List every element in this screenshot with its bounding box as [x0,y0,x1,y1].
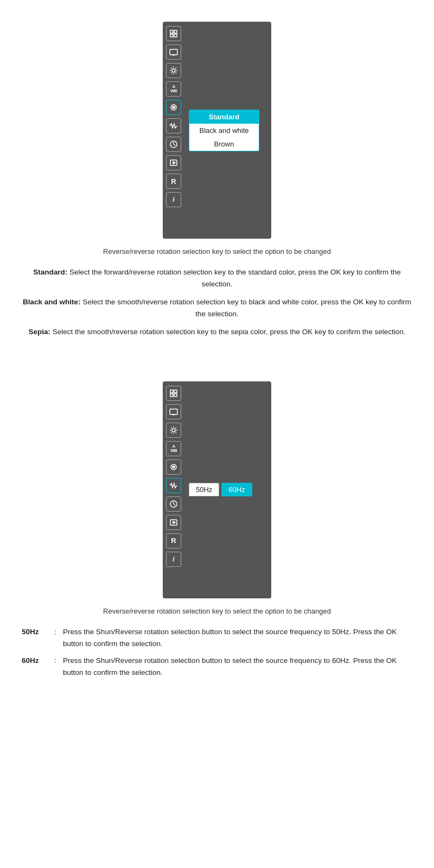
desc-bw: Black and white: Select the smooth/rever… [22,296,412,320]
svg-rect-25 [170,394,173,397]
freq-50hz-btn[interactable]: 50Hz [189,483,219,496]
wb-icon-2[interactable]: AWB [166,441,181,456]
svg-rect-1 [174,30,177,33]
grid-icon-2[interactable] [166,386,181,401]
hz-50-label: 50Hz [22,626,54,638]
desc-sepia: Sepia: Select the smooth/reverse rotatio… [22,326,412,338]
panel1-container: AWB R [22,22,412,239]
svg-marker-45 [173,521,175,524]
dropdown-item-bw[interactable]: Black and white [189,124,259,137]
icon-column-2: AWB R i [163,381,184,598]
svg-line-20 [174,144,175,145]
svg-rect-4 [170,49,177,55]
svg-line-37 [176,427,177,429]
term-sepia: Sepia: [29,328,51,336]
term-bw: Black and white: [23,298,81,306]
body-sepia: Select the smooth/reverse rotation selec… [53,328,406,336]
clock-icon[interactable] [166,137,181,152]
hz-60-label: 60Hz [22,655,54,667]
svg-rect-24 [174,390,177,393]
svg-rect-23 [170,390,173,393]
svg-point-17 [173,106,175,108]
color-filter-icon-2[interactable] [166,459,181,475]
svg-marker-22 [173,162,175,164]
term-standard: Standard: [33,268,67,276]
svg-rect-3 [174,34,177,37]
description-section-1: Standard: Select the forward/reverse rot… [22,266,412,338]
section-divider [22,354,412,371]
svg-line-36 [176,432,177,433]
record-icon-2[interactable] [166,515,181,530]
loop-icon-2[interactable]: R [166,533,181,548]
hz-60-body: Press the Shun/Reverse rotation selectio… [63,655,412,678]
body-standard: Select the forward/reverse rotation sele… [69,268,401,288]
hz-description: 50Hz : Press the Shun/Reverse rotation s… [22,626,412,678]
svg-point-7 [172,69,175,72]
svg-line-43 [174,504,175,505]
grid-icon[interactable] [166,26,181,41]
svg-line-12 [171,68,172,69]
record-icon[interactable] [166,155,181,170]
icon-column-1: AWB R [163,22,184,239]
body-bw: Select the smooth/reverse rotation selec… [82,298,411,318]
svg-rect-2 [170,34,173,37]
wb-icon[interactable]: AWB [166,81,181,97]
dropdown-item-standard[interactable]: Standard [189,110,259,124]
display-icon[interactable] [166,44,181,60]
camera-panel-2: AWB R i 50Hz [163,381,271,598]
svg-line-14 [176,68,177,69]
svg-line-13 [176,73,177,74]
hz-50-item: 50Hz : Press the Shun/Reverse rotation s… [22,626,412,649]
hz-50-colon: : [54,626,63,638]
page-wrapper: AWB R [0,0,434,700]
svg-line-35 [171,427,172,429]
caption-2: Reverse/reverse rotation selection key t… [22,607,412,615]
desc-standard: Standard: Select the forward/reverse rot… [22,266,412,290]
display-icon-2[interactable] [166,404,181,419]
brightness-icon-2[interactable] [166,423,181,438]
caption-1: Reverse/reverse rotation selection key t… [22,247,412,256]
hz-60-item: 60Hz : Press the Shun/Reverse rotation s… [22,655,412,678]
loop-icon[interactable]: R [166,174,181,189]
svg-line-15 [171,73,172,74]
brightness-icon[interactable] [166,63,181,78]
freq-selector: 50Hz 60Hz [189,483,267,496]
waveform-icon[interactable] [166,118,181,133]
panel2-content: 50Hz 60Hz [184,381,271,598]
panel2-container: AWB R i 50Hz [22,381,412,598]
svg-rect-27 [170,409,177,414]
svg-point-40 [173,466,175,468]
panel1-content: Standard Black and white Brown [184,22,271,239]
svg-point-30 [172,429,175,432]
info-icon[interactable]: i [166,192,181,207]
dropdown-item-brown[interactable]: Brown [189,137,259,151]
hz-50-body: Press the Shun/Reverse rotation selectio… [63,626,412,649]
svg-rect-26 [174,394,177,397]
svg-line-38 [171,432,172,433]
color-dropdown[interactable]: Standard Black and white Brown [189,110,259,151]
waveform-icon-2[interactable] [166,478,181,493]
color-filter-icon[interactable] [166,100,181,115]
camera-panel-1: AWB R [163,22,271,239]
freq-60hz-btn[interactable]: 60Hz [221,483,252,496]
info-icon-2[interactable]: i [166,552,181,567]
clock-icon-2[interactable] [166,496,181,512]
hz-60-colon: : [54,655,63,667]
svg-rect-0 [170,30,173,33]
